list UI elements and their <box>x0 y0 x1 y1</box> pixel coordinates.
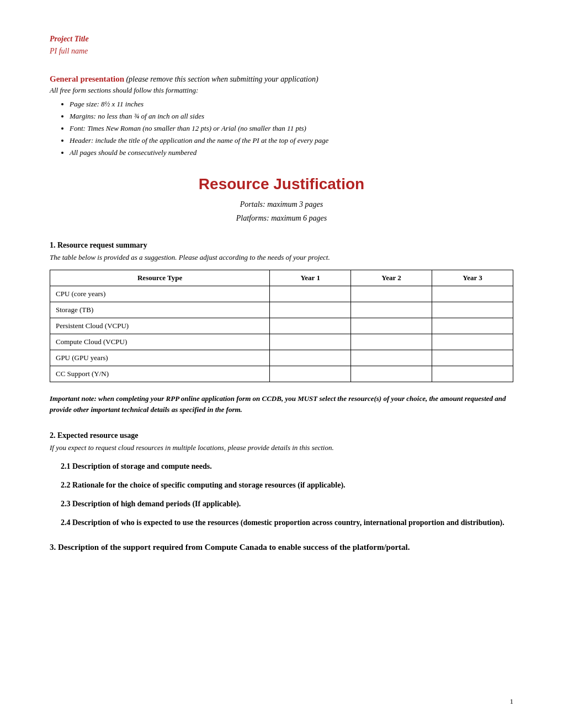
table-row: GPU (GPU years) <box>50 350 513 366</box>
section-1-subtext: The table below is provided as a suggest… <box>50 253 513 262</box>
general-presentation-section: General presentation (please remove this… <box>50 74 513 159</box>
table-cell-cpu-y1 <box>270 286 351 302</box>
table-header-year1: Year 1 <box>270 270 351 286</box>
table-row: CPU (core years) <box>50 286 513 302</box>
table-row: Storage (TB) <box>50 302 513 318</box>
list-item: Header: include the title of the applica… <box>70 135 513 147</box>
table-cell-storage: Storage (TB) <box>50 302 270 318</box>
table-cell-persistent-y3 <box>432 318 513 334</box>
table-cell-cpu-y2 <box>351 286 432 302</box>
table-cell-cc-y3 <box>432 366 513 382</box>
table-cell-cpu-y3 <box>432 286 513 302</box>
subsection-2-3: 2.3 Description of high demand periods (… <box>61 500 513 508</box>
table-cell-storage-y2 <box>351 302 432 318</box>
general-presentation-heading: General presentation <box>50 74 124 83</box>
section-3: 3. Description of the support required f… <box>50 543 513 552</box>
table-cell-cpu: CPU (core years) <box>50 286 270 302</box>
subsection-2-4: 2.4 Description of who is expected to us… <box>61 518 513 527</box>
table-header-year3: Year 3 <box>432 270 513 286</box>
table-cell-storage-y3 <box>432 302 513 318</box>
section-2: 2. Expected resource usage If you expect… <box>50 431 513 527</box>
table-cell-cc-y1 <box>270 366 351 382</box>
section-2-subtext: If you expect to request cloud resources… <box>50 443 513 452</box>
general-subtext: All free form sections should follow thi… <box>50 86 513 95</box>
section-3-heading: 3. Description of the support required f… <box>50 543 513 552</box>
bullet-list: Page size: 8½ x 11 inches Margins: no le… <box>70 98 513 159</box>
pi-name: PI full name <box>50 45 513 57</box>
section-2-heading: 2. Expected resource usage <box>50 431 513 440</box>
table-cell-storage-y1 <box>270 302 351 318</box>
subtitle-platforms: Platforms: maximum 6 pages <box>50 211 513 225</box>
section-1-heading: 1. Resource request summary <box>50 241 513 250</box>
table-cell-persistent-y1 <box>270 318 351 334</box>
important-note: Important note: when completing your RPP… <box>50 393 513 416</box>
general-presentation-note: (please remove this section when submitt… <box>126 75 318 83</box>
list-item: Font: Times New Roman (no smaller than 1… <box>70 122 513 135</box>
section-1: 1. Resource request summary The table be… <box>50 241 513 416</box>
table-cell-gpu-y1 <box>270 350 351 366</box>
table-cell-compute-y1 <box>270 334 351 350</box>
table-cell-persistent-y2 <box>351 318 432 334</box>
list-item: Margins: no less than ¾ of an inch on al… <box>70 110 513 122</box>
general-presentation-line: General presentation (please remove this… <box>50 74 513 84</box>
table-cell-cc-y2 <box>351 366 432 382</box>
table-cell-gpu-y2 <box>351 350 432 366</box>
table-header-row: Resource Type Year 1 Year 2 Year 3 <box>50 270 513 286</box>
subtitle-portals: Portals: maximum 3 pages <box>50 197 513 211</box>
page: Project Title PI full name General prese… <box>0 0 563 728</box>
table-cell-persistent: Persistent Cloud (VCPU) <box>50 318 270 334</box>
table-cell-compute-y3 <box>432 334 513 350</box>
table-header-resource: Resource Type <box>50 270 270 286</box>
table-row: Compute Cloud (VCPU) <box>50 334 513 350</box>
list-item: Page size: 8½ x 11 inches <box>70 98 513 110</box>
main-title: Resource Justification <box>50 175 513 193</box>
table-cell-compute-y2 <box>351 334 432 350</box>
resource-table: Resource Type Year 1 Year 2 Year 3 CPU (… <box>50 270 513 382</box>
table-cell-compute: Compute Cloud (VCPU) <box>50 334 270 350</box>
page-number: 1 <box>510 697 514 706</box>
table-cell-cc-support: CC Support (Y/N) <box>50 366 270 382</box>
header: Project Title PI full name <box>50 33 513 58</box>
table-header-year2: Year 2 <box>351 270 432 286</box>
table-row: CC Support (Y/N) <box>50 366 513 382</box>
subsection-2-1: 2.1 Description of storage and compute n… <box>61 462 513 471</box>
subsection-2-2: 2.2 Rationale for the choice of specific… <box>61 481 513 490</box>
table-row: Persistent Cloud (VCPU) <box>50 318 513 334</box>
table-cell-gpu: GPU (GPU years) <box>50 350 270 366</box>
table-cell-gpu-y3 <box>432 350 513 366</box>
project-title: Project Title <box>50 33 513 45</box>
list-item: All pages should be consecutively number… <box>70 147 513 159</box>
